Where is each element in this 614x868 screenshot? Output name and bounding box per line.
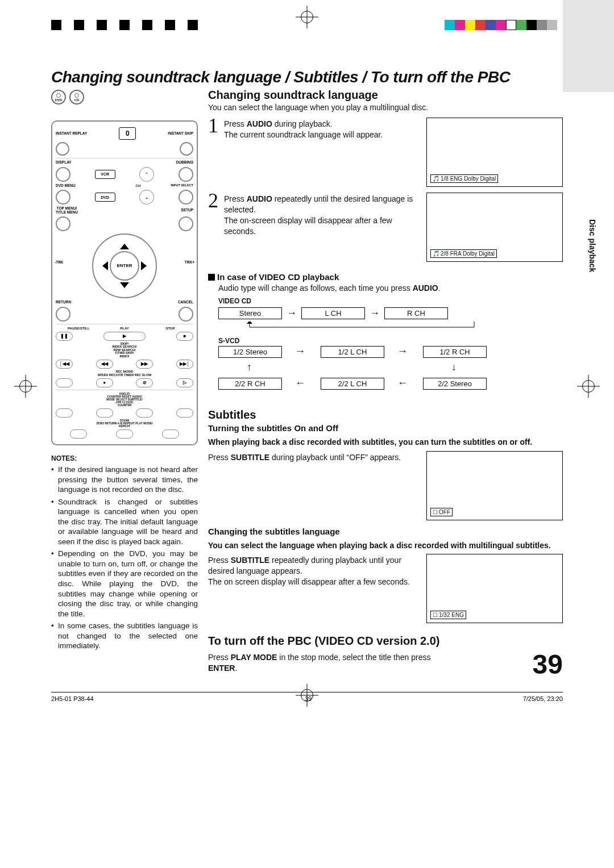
arrow-right-icon: → (295, 346, 305, 356)
remote-control-diagram: INSTANT REPLAY 0 INSTANT SKIP DISPLAY DU… (51, 120, 198, 445)
subtitle-turn-desc: When playing back a disc recorded with s… (208, 437, 563, 447)
right-arrow (141, 261, 147, 270)
ab-repeat-btn (116, 429, 133, 439)
arrow-right-icon: → (370, 308, 380, 318)
disc-icons: DVD CD (51, 90, 198, 105)
subtitle-btn (136, 408, 153, 418)
cancel-btn (179, 307, 193, 322)
step-number: 2 (208, 190, 218, 262)
osd-tag: 🎵1/8 ENG Dolby Digital (430, 174, 498, 183)
print-footer: 2H5-01 P38-44 39 7/25/05, 23:20 (0, 695, 614, 719)
dvd-menu-btn (56, 190, 70, 205)
skip-fwd-btn: ▶▶│ (176, 360, 193, 369)
instant-replay-btn (56, 142, 69, 156)
arrow-left-icon: ← (397, 378, 408, 388)
arrow-right-icon: → (397, 346, 408, 356)
osd-tag: ☐OFF (430, 508, 453, 516)
play-mode-btn (162, 429, 179, 439)
note-item: In some cases, the subtitles language is… (51, 621, 198, 651)
ch-up-btn: ⌃ (139, 167, 154, 182)
note-item: Depending on the DVD, you may be unable … (51, 549, 198, 619)
vcr-btn: VCR (95, 170, 115, 179)
play-btn: ▶ (103, 332, 146, 341)
page-number: 39 (533, 651, 563, 678)
left-arrow (102, 261, 108, 270)
slow-btn: ▷ (176, 378, 193, 387)
page-title: Changing soundtrack language / Subtitles… (51, 68, 563, 86)
osd-box: 🎵1/8 ENG Dolby Digital (426, 118, 563, 187)
step-text: Press SUBTITLE repeatedly during playbac… (208, 554, 421, 623)
enter-btn: ENTER (110, 251, 139, 281)
footer-file: 2H5-01 P38-44 (51, 695, 94, 702)
svcd-flow: 1/2 Stereo → 1/2 L CH → 1/2 R CH ↑ ↓ 2/2… (218, 346, 503, 397)
step-2: 2 Press AUDIO repeatedly until the desir… (208, 193, 563, 262)
skip-back-btn: │◀◀ (56, 360, 73, 369)
dvd-btn: DVD (95, 193, 115, 202)
printer-marks (0, 0, 614, 45)
dvd-icon: DVD (51, 90, 66, 105)
down-arrow (120, 282, 129, 288)
instant-skip-btn (180, 142, 193, 156)
audio-btn (96, 408, 113, 418)
section-tab: Disc playback (588, 219, 597, 272)
flow-label: S-VCD (218, 337, 563, 345)
zoom-btn (70, 429, 87, 439)
cd-icon: CD (69, 90, 84, 105)
subheading: In case of VIDEO CD playback (208, 272, 563, 282)
osd-box: ☐OFF (426, 451, 563, 520)
footer-date: 7/25/05, 23:20 (523, 695, 563, 702)
stop-btn: ■ (176, 332, 193, 341)
registration-mark-bottom (296, 684, 318, 707)
timer-rec-btn: ⊘ (136, 378, 153, 387)
osd-tag: ☐1/32 ENG (430, 611, 466, 619)
rec-mode-btn (56, 378, 73, 387)
step-text: Press AUDIO repeatedly until the desired… (224, 193, 421, 262)
note-item: If the desired language is not heard aft… (51, 465, 198, 495)
rew-btn: ◀◀ (96, 360, 113, 369)
step-text: Press SUBTITLE during playback until “OF… (208, 451, 421, 520)
setup-btn (179, 216, 193, 231)
notes-list: If the desired language is not heard aft… (51, 465, 198, 651)
angle-btn (56, 408, 73, 418)
flow-label: VIDEO CD (218, 297, 563, 305)
zero-key: 0 (119, 127, 136, 140)
nav-pad: ENTER (92, 233, 157, 298)
rec-btn: ● (96, 378, 113, 387)
return-btn (56, 307, 70, 322)
pbc-step: Press PLAY MODE in the stop mode, select… (208, 652, 527, 674)
note-item: Soundtrack is changed or subtitles langu… (51, 497, 198, 547)
videocd-flow: Stereo → L CH → R CH (218, 307, 563, 319)
ch-down-btn: ⌄ (139, 190, 154, 205)
step-text: Press AUDIO during playback. The current… (224, 118, 421, 187)
pause-btn: ❚❚ (56, 332, 73, 341)
subtitle-turn-heading: Turning the subtitles On and Off (208, 423, 563, 434)
loop-arrow (218, 322, 503, 332)
clock-btn (176, 408, 193, 418)
up-arrow (120, 244, 129, 249)
arrow-down-icon: ↓ (451, 362, 457, 372)
subtitle-change-heading: Changing the subtitles language (208, 526, 563, 537)
ffwd-btn: ▶▶ (136, 360, 153, 369)
arrow-left-icon: ← (295, 378, 305, 388)
arrow-up-icon: ↑ (247, 362, 252, 372)
notes-heading: NOTES: (51, 454, 198, 462)
arrow-right-icon: → (287, 308, 297, 318)
registration-mark (296, 6, 318, 28)
section-heading: Subtitles (208, 408, 563, 422)
step-1: 1 Press AUDIO during playback. The curre… (208, 118, 563, 187)
osd-box: ☐1/32 ENG (426, 554, 563, 623)
section-intro: You can select the language when you pla… (208, 103, 563, 112)
section-heading: Changing soundtrack language (208, 89, 563, 102)
step-number: 1 (208, 115, 218, 187)
osd-tag: 🎵2/8 FRA Dolby Digital (430, 249, 497, 258)
top-menu-btn (56, 216, 70, 231)
input-select-btn (179, 190, 193, 205)
display-btn (56, 167, 70, 182)
osd-box: 🎵2/8 FRA Dolby Digital (426, 193, 563, 262)
section-heading: To turn off the PBC (VIDEO CD version 2.… (208, 635, 563, 648)
dubbing-btn (179, 167, 193, 182)
subtitle-change-desc: You can select the language when playing… (208, 540, 563, 550)
